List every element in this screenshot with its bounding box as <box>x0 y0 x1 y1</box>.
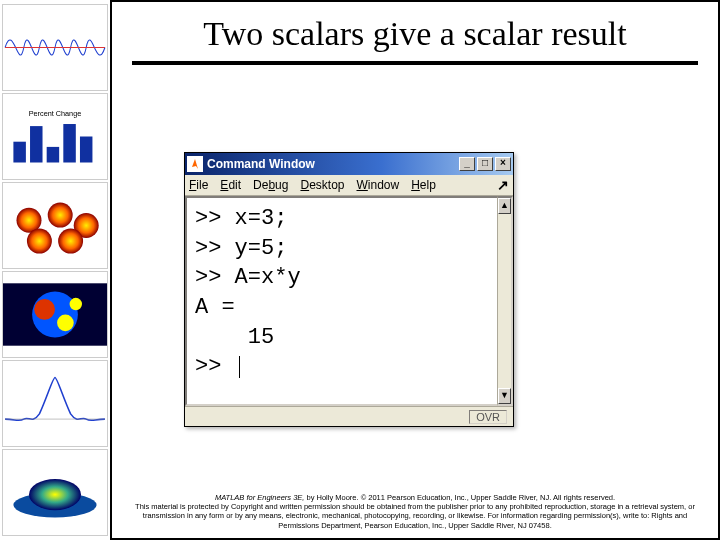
minimize-button[interactable]: _ <box>459 157 475 171</box>
scroll-up-button[interactable]: ▲ <box>498 198 511 214</box>
svg-point-10 <box>27 229 52 254</box>
status-bar: OVR <box>185 406 513 426</box>
title-underline <box>132 61 698 65</box>
command-text[interactable]: >> x=3; >> y=5; >> A=x*y A = 15 >> <box>185 196 497 406</box>
copyright-line2: This material is protected by Copyright … <box>135 502 695 530</box>
copyright-line1: by Holly Moore. © 2011 Pearson Education… <box>304 493 615 502</box>
svg-rect-5 <box>63 124 75 162</box>
menu-debug[interactable]: Debug <box>253 178 288 192</box>
slide-title: Two scalars give a scalar result <box>112 2 718 57</box>
svg-point-11 <box>58 229 83 254</box>
thumb-signal-plot <box>2 4 108 91</box>
thumb-sinc-plot <box>2 360 108 447</box>
menu-window[interactable]: Window <box>356 178 399 192</box>
svg-point-19 <box>29 479 81 510</box>
thumb-bar-chart: Percent Change <box>2 93 108 180</box>
command-window: Command Window _ □ × File Edit Debug Des… <box>184 152 514 427</box>
window-titlebar[interactable]: Command Window _ □ × <box>185 153 513 175</box>
thumb-surface-plot <box>2 182 108 269</box>
close-button[interactable]: × <box>495 157 511 171</box>
svg-point-14 <box>34 299 55 320</box>
svg-point-8 <box>48 203 73 228</box>
scroll-track[interactable] <box>498 214 511 388</box>
svg-rect-2 <box>13 142 25 163</box>
scroll-down-button[interactable]: ▼ <box>498 388 511 404</box>
matlab-icon <box>187 156 203 172</box>
svg-rect-3 <box>30 126 42 162</box>
svg-point-15 <box>57 315 74 332</box>
slide-frame: Two scalars give a scalar result Command… <box>110 0 720 540</box>
slide-thumbnails: Percent Change <box>0 0 110 540</box>
thumb-fractal-plot <box>2 271 108 358</box>
menu-desktop[interactable]: Desktop <box>300 178 344 192</box>
svg-rect-6 <box>80 137 92 163</box>
thumb-label: Percent Change <box>29 109 82 118</box>
window-title-text: Command Window <box>207 157 315 171</box>
menu-bar: File Edit Debug Desktop Window Help ↗ <box>185 175 513 196</box>
svg-point-16 <box>70 298 82 310</box>
menu-file[interactable]: File <box>189 178 208 192</box>
dock-icon[interactable]: ↗ <box>497 177 509 193</box>
maximize-button[interactable]: □ <box>477 157 493 171</box>
command-area: >> x=3; >> y=5; >> A=x*y A = 15 >> ▲ ▼ <box>185 196 513 406</box>
copyright-footer: MATLAB for Engineers 3E, by Holly Moore.… <box>132 493 698 531</box>
book-title: MATLAB for Engineers 3E, <box>215 493 304 502</box>
ovr-indicator: OVR <box>469 410 507 424</box>
svg-rect-4 <box>47 147 59 163</box>
vertical-scrollbar[interactable]: ▲ ▼ <box>497 196 513 406</box>
text-cursor <box>239 356 240 378</box>
menu-help[interactable]: Help <box>411 178 436 192</box>
thumb-3d-surface <box>2 449 108 536</box>
menu-edit[interactable]: Edit <box>220 178 241 192</box>
